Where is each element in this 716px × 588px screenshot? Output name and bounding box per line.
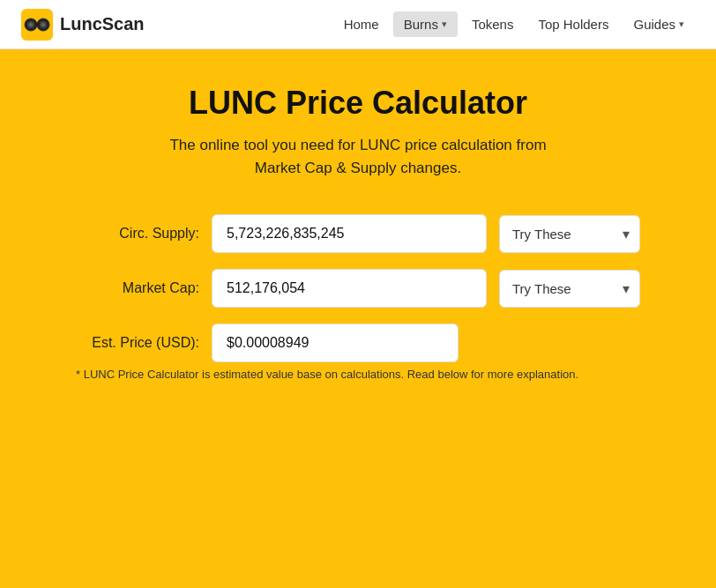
market-cap-select-wrapper: Try These 1 Billion 500 Million 100 Mill… <box>499 270 640 308</box>
circ-supply-select-wrapper: Try These 1 Trillion 500 Billion 100 Bil… <box>499 215 640 253</box>
market-cap-row: Market Cap: Try These 1 Billion 500 Mill… <box>76 269 640 308</box>
market-cap-label: Market Cap: <box>76 280 199 296</box>
nav-item-tokens[interactable]: Tokens <box>461 11 525 37</box>
guides-dropdown-icon: ▾ <box>679 19 684 30</box>
nav-item-home[interactable]: Home <box>333 11 390 37</box>
disclaimer-text: * LUNC Price Calculator is estimated val… <box>76 368 640 381</box>
nav-item-burns[interactable]: Burns ▾ <box>393 11 458 37</box>
logo-icon <box>21 9 53 41</box>
est-price-input[interactable] <box>212 324 459 362</box>
svg-rect-3 <box>34 23 41 26</box>
site-logo-text: LuncScan <box>60 14 145 34</box>
svg-point-6 <box>29 23 33 26</box>
est-price-label: Est. Price (USD): <box>76 335 199 351</box>
navbar: LuncScan Home Burns ▾ Tokens Top Holders… <box>0 0 716 49</box>
page-subtitle: The online tool you need for LUNC price … <box>146 134 570 179</box>
est-price-row: Est. Price (USD): <box>76 324 640 362</box>
market-cap-try-these-select[interactable]: Try These 1 Billion 500 Million 100 Mill… <box>499 270 640 308</box>
svg-point-7 <box>41 23 45 26</box>
market-cap-input[interactable] <box>212 269 487 308</box>
burns-dropdown-icon: ▾ <box>442 19 447 30</box>
page-title: LUNC Price Calculator <box>189 85 527 122</box>
calculator-form: Circ. Supply: Try These 1 Trillion 500 B… <box>76 214 640 362</box>
circ-supply-row: Circ. Supply: Try These 1 Trillion 500 B… <box>76 214 640 253</box>
nav-item-top-holders[interactable]: Top Holders <box>527 11 619 37</box>
circ-supply-label: Circ. Supply: <box>76 226 199 242</box>
logo-area: LuncScan <box>21 9 145 41</box>
circ-supply-input[interactable] <box>212 214 487 253</box>
circ-supply-try-these-select[interactable]: Try These 1 Trillion 500 Billion 100 Bil… <box>499 215 640 253</box>
main-content: LUNC Price Calculator The online tool yo… <box>0 49 716 588</box>
nav-item-guides[interactable]: Guides ▾ <box>623 11 695 37</box>
nav-links: Home Burns ▾ Tokens Top Holders Guides ▾ <box>333 11 695 37</box>
